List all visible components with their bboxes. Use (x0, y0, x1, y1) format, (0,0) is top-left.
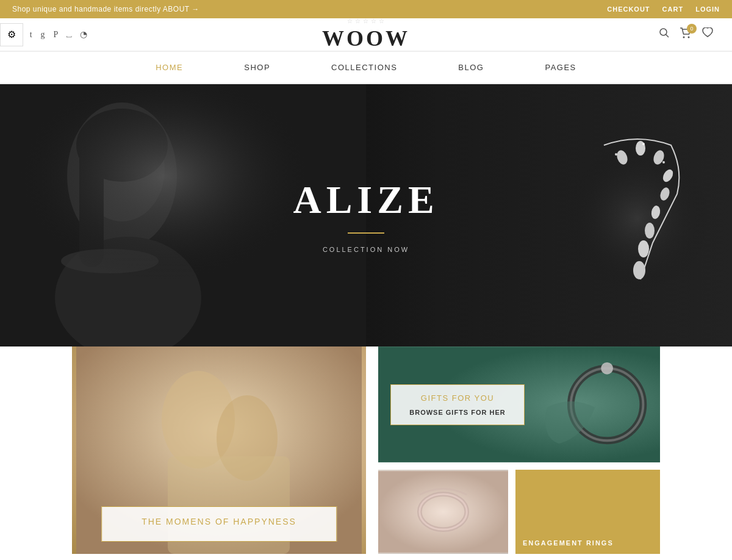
nav-link-home[interactable]: HOME (125, 52, 214, 83)
hero-subtitle[interactable]: COLLECTION NOW (293, 246, 439, 253)
cart-icon[interactable]: 0 (680, 27, 692, 41)
top-bar: Shop unique and handmade items directly … (0, 0, 732, 18)
svg-rect-36 (378, 471, 508, 553)
google-plus-icon[interactable]: g (41, 30, 45, 40)
svg-point-3 (688, 37, 690, 38)
gifts-box: GIFTS FOR YOU BROWSE GIFTS FOR HER (390, 384, 525, 425)
logo-text[interactable]: WOOW (322, 26, 410, 51)
hero-section: ALIZE COLLECTION NOW (0, 84, 732, 346)
header: ⚙ f t g P ⎵ ◔ ☆ ☆ ☆ ☆ ☆ WOOW (0, 18, 732, 51)
grid-section: THE MOMENS OF HAPPYNESS (0, 346, 732, 554)
nav-item-home: HOME (125, 52, 214, 83)
gifts-subtitle[interactable]: BROWSE GIFTS FOR HER (403, 409, 512, 416)
instagram-icon[interactable]: ◔ (80, 29, 87, 40)
star-1: ☆ (347, 18, 353, 24)
panel-left-title: THE MOMENS OF HAPPYNESS (120, 517, 318, 526)
pinterest-icon[interactable]: P (54, 30, 59, 40)
panel-engagement: ENGAGEMENT RINGS (515, 470, 660, 554)
checkout-link[interactable]: CHECKOUT (607, 5, 650, 13)
nav-item-collections: COLLECTIONS (301, 52, 428, 83)
nav-item-blog: BLOG (428, 52, 514, 83)
svg-point-23 (642, 143, 645, 145)
svg-point-19 (645, 223, 655, 239)
social-links: f t g P ⎵ ◔ (18, 29, 87, 40)
panel-right-top-content: GIFTS FOR YOU BROWSE GIFTS FOR HER (378, 372, 660, 437)
settings-button[interactable]: ⚙ (0, 23, 23, 46)
hero-necklace-image (561, 96, 714, 340)
hero-content: ALIZE COLLECTION NOW (293, 178, 439, 253)
nav-link-blog[interactable]: BLOG (428, 52, 514, 83)
svg-point-24 (662, 161, 665, 163)
grid-left: THE MOMENS OF HAPPYNESS (72, 346, 366, 554)
star-4: ☆ (371, 18, 376, 24)
nav-link-collections[interactable]: COLLECTIONS (301, 52, 428, 83)
panel-left-overlay: THE MOMENS OF HAPPYNESS (101, 506, 337, 542)
star-2: ☆ (355, 18, 361, 24)
cart-link[interactable]: CART (662, 5, 684, 13)
panel-wedding-image: THE MOMENS OF HAPPYNESS (72, 346, 366, 554)
rss-icon[interactable]: ⎵ (66, 30, 71, 40)
nav-link-shop[interactable]: SHOP (214, 52, 301, 83)
svg-point-21 (633, 261, 645, 279)
header-action-icons: 0 (659, 27, 714, 41)
main-nav: HOME SHOP COLLECTIONS BLOG PAGES (0, 51, 732, 84)
panel-gifts: GIFTS FOR YOU BROWSE GIFTS FOR HER (378, 346, 660, 462)
logo-stars: ☆ ☆ ☆ ☆ ☆ (322, 18, 410, 24)
svg-point-0 (660, 29, 667, 35)
twitter-icon[interactable]: t (30, 30, 32, 40)
hero-title: ALIZE (293, 178, 439, 223)
login-link[interactable]: LOGIN (695, 5, 720, 13)
top-bar-text: Shop unique and handmade items directly … (12, 5, 199, 13)
logo: ☆ ☆ ☆ ☆ ☆ WOOW (322, 18, 410, 51)
gifts-title: GIFTS FOR YOU (403, 393, 512, 403)
svg-point-22 (615, 153, 617, 156)
star-3: ☆ (363, 18, 368, 24)
nav-link-pages[interactable]: PAGES (514, 52, 606, 83)
gear-icon: ⚙ (7, 29, 16, 40)
star-5: ☆ (379, 18, 384, 24)
svg-point-2 (683, 37, 685, 38)
hero-divider (348, 232, 384, 234)
svg-point-20 (638, 240, 649, 257)
nav-list: HOME SHOP COLLECTIONS BLOG PAGES (0, 52, 732, 83)
panel-rings (378, 470, 508, 554)
cart-badge: 0 (687, 24, 697, 34)
wishlist-icon[interactable] (702, 27, 714, 41)
nav-item-shop: SHOP (214, 52, 301, 83)
engagement-label: ENGAGEMENT RINGS (523, 539, 614, 547)
search-icon[interactable] (659, 27, 670, 41)
top-bar-message: Shop unique and handmade items directly … (12, 5, 199, 13)
top-bar-links: CHECKOUT CART LOGIN (607, 5, 720, 13)
grid-right: GIFTS FOR YOU BROWSE GIFTS FOR HER (366, 346, 660, 554)
svg-line-1 (666, 35, 669, 38)
panel-bottom-row: ENGAGEMENT RINGS (378, 470, 660, 554)
nav-item-pages: PAGES (514, 52, 606, 83)
